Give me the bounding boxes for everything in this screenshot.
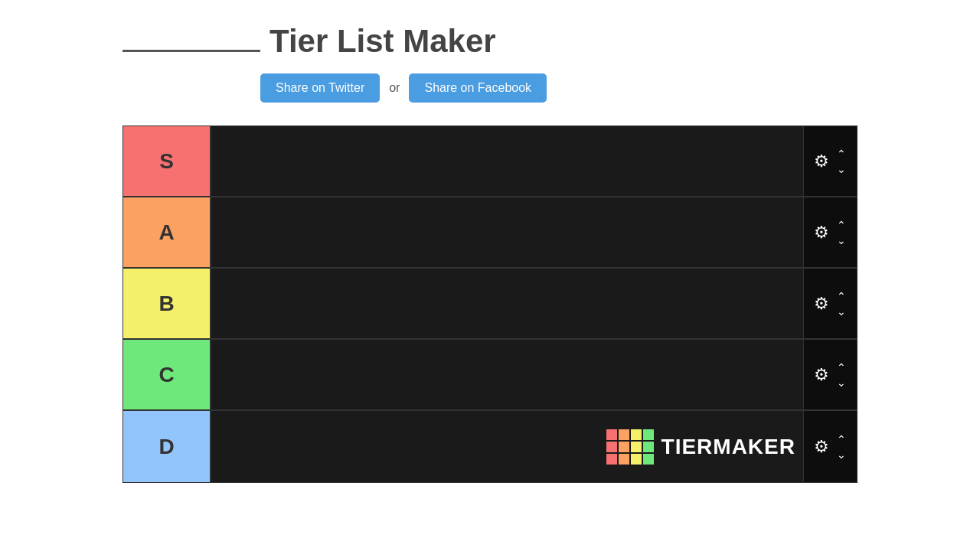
logo-grid-icon [606,429,654,465]
logo-cell [631,454,642,465]
tier-row-s: S ⚙ ⌃ ⌄ [123,126,857,197]
logo-cell [606,454,617,465]
logo-cell [643,429,654,440]
page-title: Tier List Maker [270,23,496,60]
tier-controls-a: ⚙ ⌃ ⌄ [803,197,857,267]
arrows-c: ⌃ ⌄ [834,360,849,390]
logo-cell [619,454,629,465]
logo-cell [631,429,642,440]
arrow-down-c[interactable]: ⌄ [834,376,849,390]
share-twitter-button[interactable]: Share on Twitter [260,73,380,103]
arrow-down-d[interactable]: ⌄ [834,448,849,461]
tier-row-d: D [123,411,857,482]
logo-cell [631,442,642,452]
tier-content-c[interactable] [211,340,803,409]
tier-row-b: B ⚙ ⌃ ⌄ [123,269,857,340]
logo-cell [606,442,617,452]
share-facebook-button[interactable]: Share on Facebook [409,73,547,103]
arrow-up-d[interactable]: ⌃ [834,432,849,446]
gear-button-d[interactable]: ⚙ [812,435,831,458]
logo-cell [619,429,629,440]
tier-content-a[interactable] [211,197,803,267]
arrow-up-a[interactable]: ⌃ [834,218,849,232]
tiermaker-logo: TiERMAkER [606,429,795,465]
tier-content-s[interactable] [211,126,803,196]
tier-label-s: S [123,126,211,196]
tier-label-d: D [123,411,211,482]
tier-content-b[interactable] [211,269,803,338]
tier-controls-c: ⚙ ⌃ ⌄ [803,340,857,409]
logo-cell [643,454,654,465]
arrows-b: ⌃ ⌄ [834,289,849,318]
gear-button-s[interactable]: ⚙ [812,150,831,173]
logo-cell [619,442,629,452]
arrow-up-s[interactable]: ⌃ [834,147,849,161]
header-area: Tier List Maker Share on Twitter or Shar… [0,0,980,118]
arrows-s: ⌃ ⌄ [834,147,849,176]
tier-label-c: C [123,340,211,409]
tier-row-a: A ⚙ ⌃ ⌄ [123,197,857,269]
tier-label-b: B [123,269,211,338]
gear-button-b[interactable]: ⚙ [812,292,831,315]
tier-content-d[interactable]: TiERMAkER [211,411,803,482]
arrows-a: ⌃ ⌄ [834,218,849,247]
tier-label-a: A [123,197,211,267]
logo-cell [643,442,654,452]
arrow-down-a[interactable]: ⌄ [834,233,849,247]
title-underline [122,50,260,52]
arrow-down-b[interactable]: ⌄ [834,305,849,318]
tier-list: S ⚙ ⌃ ⌄ A ⚙ ⌃ ⌄ B ⚙ ⌃ ⌄ [122,126,858,483]
title-row: Tier List Maker [122,23,980,60]
arrow-up-c[interactable]: ⌃ [834,360,849,374]
arrow-up-b[interactable]: ⌃ [834,289,849,303]
tier-controls-b: ⚙ ⌃ ⌄ [803,269,857,338]
share-row: Share on Twitter or Share on Facebook [122,73,980,103]
logo-cell [606,429,617,440]
arrows-d: ⌃ ⌄ [834,432,849,461]
arrow-down-s[interactable]: ⌄ [834,162,849,176]
tiermaker-logo-text: TiERMAkER [662,435,795,459]
tier-controls-s: ⚙ ⌃ ⌄ [803,126,857,196]
or-label: or [389,81,400,95]
gear-button-c[interactable]: ⚙ [812,364,831,386]
gear-button-a[interactable]: ⚙ [812,221,831,244]
tier-row-c: C ⚙ ⌃ ⌄ [123,340,857,411]
tier-controls-d: ⚙ ⌃ ⌄ [803,411,857,482]
